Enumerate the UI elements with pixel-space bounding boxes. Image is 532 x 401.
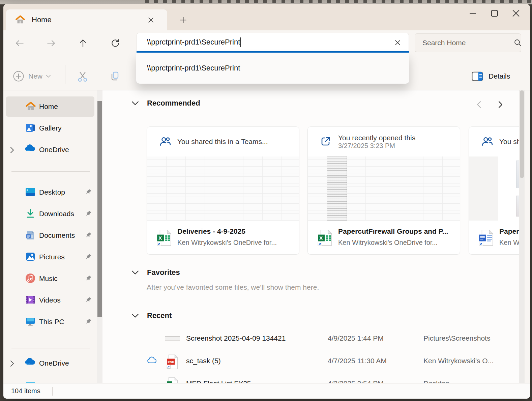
sidebar-item-desktop[interactable]: Desktop: [3, 181, 97, 203]
refresh-icon[interactable]: [109, 36, 122, 50]
screenshot-preview: [469, 156, 525, 221]
card-file-subtitle: Ken Witrykowski's OneDrive for...: [177, 239, 296, 247]
tab-title: Home: [32, 9, 52, 30]
onedrive-icon: [25, 357, 36, 369]
status-bar: 104 items: [3, 383, 530, 399]
search-input[interactable]: [415, 39, 514, 47]
people-icon: [481, 136, 493, 148]
pin-icon[interactable]: [84, 275, 92, 282]
content-scrollbar[interactable]: [519, 90, 525, 383]
up-icon[interactable]: [76, 36, 90, 50]
sidebar-item-downloads[interactable]: Downloads: [3, 203, 97, 225]
maximize-button[interactable]: [483, 5, 505, 22]
sidebar-item-pictures[interactable]: Pictures: [3, 246, 97, 268]
main-content: Recommended: [102, 90, 525, 383]
details-button[interactable]: Details: [472, 69, 510, 83]
new-tab-button[interactable]: [177, 14, 189, 26]
excel-file-icon: X: [317, 229, 333, 246]
favorites-section-header[interactable]: Favorites: [131, 266, 180, 279]
sidebar-item-label: OneDrive: [39, 139, 69, 161]
pin-icon[interactable]: [84, 232, 92, 239]
sidebar-scrollbar-thumb[interactable]: [97, 101, 102, 317]
desktop-icon: [25, 187, 36, 198]
carousel-prev-icon[interactable]: [472, 98, 485, 111]
recent-file-row[interactable]: PDF sc_task (5) 4/7/2025 11:30 AM Ken Wi…: [102, 350, 525, 372]
spreadsheet-preview: [147, 156, 299, 221]
sidebar-item-onedrive-2[interactable]: OneDrive: [3, 352, 97, 374]
pin-icon[interactable]: [84, 318, 92, 325]
address-input[interactable]: \\pprctprint-prd1\SecurePrint: [137, 33, 409, 51]
home-icon: [15, 15, 26, 25]
toolbar-divider: [65, 65, 65, 84]
word-file-icon: [478, 229, 494, 246]
search-box[interactable]: [415, 33, 521, 52]
status-divider: [52, 387, 53, 396]
details-pane-icon: [472, 71, 483, 81]
new-button[interactable]: New: [13, 69, 51, 84]
recent-file-row[interactable]: Screenshot 2025-04-09 134421 4/9/2025 1:…: [102, 327, 525, 349]
sidebar-item-label: Videos: [39, 289, 61, 311]
sidebar-item-gallery[interactable]: Gallery: [3, 117, 97, 139]
card-file-title: Deliveries - 4-9-2025: [177, 227, 296, 235]
minimize-button[interactable]: [462, 5, 483, 22]
sidebar-item-clipped[interactable]: [3, 375, 97, 383]
titlebar[interactable]: Home: [3, 4, 530, 30]
recommended-card[interactable]: You recently opened this 3/27/2025 3:23 …: [307, 126, 460, 255]
chevron-down-icon: [46, 75, 51, 78]
close-button[interactable]: [505, 5, 527, 22]
recent-file-row[interactable]: X MFD Fleet List FY25 4/2/2025 2:54 PM D…: [102, 373, 525, 383]
file-date: 4/2/2025 2:54 PM: [328, 373, 384, 383]
chevron-right-icon[interactable]: [10, 147, 15, 153]
pin-icon[interactable]: [84, 189, 92, 196]
card-footer: X Deliveries - 4-9-2025 Ken Witrykowski'…: [147, 221, 299, 255]
preview-text-band: [327, 156, 347, 221]
sidebar-item-label: Documents: [39, 225, 75, 246]
forward-icon[interactable]: [45, 36, 58, 50]
address-suggestion-item[interactable]: \\pprctprint-prd1\SecurePrint: [136, 64, 240, 73]
recommended-section-header[interactable]: Recommended: [131, 96, 200, 110]
sidebar-item-this-pc[interactable]: This PC: [3, 311, 97, 333]
pin-icon[interactable]: [84, 253, 92, 261]
downloads-icon: [25, 208, 36, 220]
item-count: 104 items: [11, 383, 40, 399]
recommended-card[interactable]: You shar: [469, 126, 525, 255]
sidebar-item-videos[interactable]: Videos: [3, 289, 97, 311]
videos-icon: [25, 294, 36, 306]
file-date: 4/7/2025 11:30 AM: [328, 350, 387, 372]
card-header: You shar: [469, 127, 525, 156]
card-badge: You shared this in a Teams...: [177, 138, 295, 146]
sidebar-item-label: Gallery: [39, 117, 62, 139]
sidebar-item-onedrive[interactable]: OneDrive: [3, 139, 97, 161]
sidebar-scrollbar[interactable]: [97, 90, 102, 383]
people-icon: [159, 136, 171, 148]
file-location: Desktop: [423, 373, 449, 383]
tab-home[interactable]: Home: [6, 9, 167, 30]
chevron-down-icon: [131, 270, 139, 275]
content-scrollbar-thumb[interactable]: [520, 90, 524, 178]
details-label: Details: [489, 72, 510, 80]
cut-icon[interactable]: [76, 69, 89, 83]
open-external-icon: [320, 136, 332, 148]
chevron-right-icon[interactable]: [10, 360, 15, 367]
sidebar-item-documents[interactable]: Documents: [3, 225, 97, 246]
sidebar-item-music[interactable]: Music: [3, 268, 97, 289]
sidebar-item-label: Pictures: [39, 246, 65, 268]
recommended-card[interactable]: You shared this in a Teams... X: [147, 126, 299, 255]
pin-icon[interactable]: [84, 210, 92, 218]
sidebar-item-home[interactable]: Home: [3, 96, 97, 117]
file-location: Pictures\Screenshots: [423, 327, 490, 349]
card-file-title: PapercutFirewall Groups and P...: [338, 227, 456, 235]
section-title: Favorites: [147, 268, 180, 277]
tab-close-icon[interactable]: [145, 14, 156, 26]
clear-address-icon[interactable]: [392, 37, 403, 48]
preview-panel: [469, 156, 498, 221]
recent-section-header[interactable]: Recent: [131, 309, 172, 322]
copy-icon[interactable]: [108, 69, 121, 83]
sidebar-divider: [11, 348, 90, 348]
back-icon[interactable]: [13, 36, 26, 50]
search-icon[interactable]: [514, 39, 522, 47]
excel-file-icon: X: [167, 377, 179, 383]
file-name: Screenshot 2025-04-09 134421: [186, 327, 321, 349]
pin-icon[interactable]: [84, 296, 92, 304]
carousel-next-icon[interactable]: [494, 98, 507, 111]
